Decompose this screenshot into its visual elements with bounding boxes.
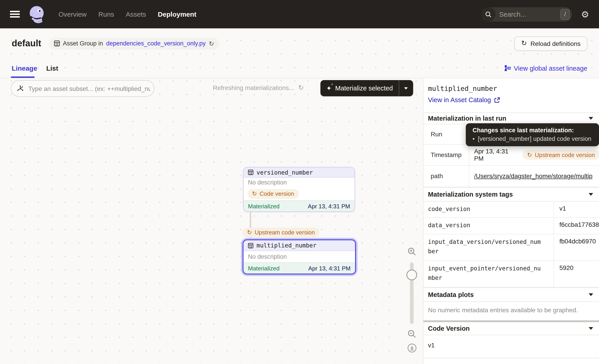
tag-key: input_event_pointer/versioned_number	[428, 264, 542, 283]
page-header: default Asset Group in dependencies_code…	[0, 28, 599, 59]
table-row-input-data-version: input_data_version/versioned_number fb04…	[423, 234, 599, 261]
path-label: path	[423, 165, 469, 187]
materialize-selected-button[interactable]: ✦✧ Materialize selected	[320, 80, 413, 96]
view-in-asset-catalog-link[interactable]: View in Asset Catalog	[428, 96, 500, 104]
table-row-input-event-pointer: input_event_pointer/versioned_number 592…	[423, 261, 599, 287]
tag-value: f6ccba177638	[554, 217, 599, 234]
search-icon	[481, 7, 495, 21]
asset-details-panel: multiplied_number View in Asset Catalog …	[423, 78, 599, 364]
section-materialization-system-tags[interactable]: Materialization system tags	[423, 187, 599, 201]
zoom-in-icon[interactable]	[407, 247, 417, 256]
asset-name: multiplied_number	[256, 242, 316, 249]
asset-lineage-graph[interactable]: Refreshing materializations... ↻ ✦✧ Mate…	[0, 78, 423, 364]
tag-key: input_data_version/versioned_number	[428, 237, 542, 256]
run-label: Run	[423, 124, 469, 144]
table-row-data-version: data_version f6ccba177638	[423, 217, 599, 234]
search-shortcut-badge: /	[560, 9, 570, 20]
asset-group-prefix: Asset Group in	[63, 40, 103, 47]
asset-node-multiplied-number[interactable]: multiplied_number No description Materia…	[243, 239, 356, 275]
code-version-badge: ↻ Code version	[247, 189, 299, 199]
metadata-plots-empty-message: No numeric metadata entries available to…	[428, 306, 578, 314]
timestamp-label: Timestamp	[423, 145, 469, 165]
materialization-timestamp[interactable]: Apr 13, 4:31 PM	[308, 203, 350, 209]
tag-value: v1	[554, 201, 599, 217]
collapse-caret-icon	[589, 117, 593, 120]
active-tab-underline	[11, 77, 35, 78]
collapse-caret-icon	[589, 293, 593, 296]
asset-subset-filter[interactable]	[11, 80, 154, 97]
changes-tooltip: Changes since last materialization: • [v…	[466, 123, 599, 146]
table-grid-icon	[248, 170, 253, 175]
asset-description: No description	[244, 178, 355, 187]
lineage-graph-icon	[504, 65, 511, 71]
chevron-down-icon	[404, 87, 408, 89]
section-materialization-in-last-run[interactable]: Materialization in last run	[423, 113, 599, 124]
zoom-out-icon[interactable]	[407, 329, 417, 339]
nav-item-assets[interactable]: Assets	[126, 10, 146, 18]
table-row-code-version: code_version v1	[423, 201, 599, 217]
refresh-icon[interactable]: ↻	[209, 40, 214, 47]
global-search[interactable]: /	[481, 7, 572, 21]
reload-icon: ↻	[521, 40, 527, 47]
section-divider	[423, 320, 599, 322]
tooltip-title: Changes since last materialization:	[473, 127, 599, 134]
asset-description: No description	[244, 251, 355, 262]
graph-zoom-controls	[402, 246, 422, 353]
upstream-code-version-badge: ↻ Upstream code version	[523, 150, 599, 160]
reload-definitions-button[interactable]: ↻ Reload definitions	[514, 36, 587, 51]
selected-asset-title: multiplied_number	[428, 85, 497, 93]
table-row-timestamp: Timestamp Apr 13, 4:31 PM ↻ Upstream cod…	[423, 145, 599, 165]
path-link[interactable]: /Users/sryza/dagster_home/storage/multip	[474, 173, 592, 180]
zoom-slider-handle[interactable]	[406, 269, 417, 280]
view-global-asset-lineage-link[interactable]: View global asset lineage	[504, 65, 587, 72]
search-input[interactable]	[495, 10, 560, 18]
zoom-slider-track[interactable]	[410, 262, 414, 324]
code-version-value: v1	[428, 341, 435, 349]
collapse-caret-icon	[589, 327, 593, 329]
tab-lineage[interactable]: Lineage	[12, 59, 37, 78]
top-navbar: Overview Runs Assets Deployment / ⚙	[0, 0, 599, 28]
nav-item-runs[interactable]: Runs	[98, 10, 114, 18]
timestamp-value: Apr 13, 4:31 PM	[474, 147, 518, 162]
sparkle-icon: ✦✧	[326, 85, 331, 91]
asset-subset-input[interactable]	[27, 84, 151, 93]
asset-group-file-link[interactable]: dependencies_code_version_only.py	[106, 40, 206, 47]
op-selector-icon	[17, 85, 24, 92]
download-graph-icon[interactable]	[407, 343, 416, 353]
upstream-code-version-badge: ↻ Upstream code version	[243, 228, 319, 237]
asset-node-versioned-number[interactable]: versioned_number No description ↻ Code v…	[243, 167, 355, 212]
section-code-version[interactable]: Code Version	[423, 322, 599, 335]
refresh-status: Refreshing materializations... ↻	[213, 84, 304, 91]
dagster-logo-icon[interactable]	[27, 4, 47, 24]
code-version-icon: ↻	[247, 229, 252, 235]
collapse-caret-icon	[589, 193, 593, 196]
view-tabs: Lineage List View global asset lineage	[0, 59, 599, 78]
settings-gear-icon[interactable]: ⚙	[581, 10, 589, 19]
nav-item-overview[interactable]: Overview	[59, 10, 87, 18]
asset-group-badge: Asset Group in dependencies_code_version…	[49, 38, 219, 49]
bullet-glyph: •	[473, 135, 475, 142]
code-version-icon: ↻	[252, 191, 257, 197]
materialize-dropdown-button[interactable]	[399, 80, 413, 96]
code-version-icon: ↻	[527, 152, 532, 158]
table-grid-icon	[248, 243, 253, 248]
tag-value: 5920	[554, 261, 599, 287]
materialization-timestamp[interactable]: Apr 13, 4:31 PM	[308, 265, 351, 271]
tag-value: fb04dcb6970	[554, 234, 599, 260]
dagster-app: Overview Runs Assets Deployment / ⚙ defa…	[0, 0, 599, 364]
tag-key: data_version	[428, 220, 542, 230]
nav-item-deployment[interactable]: Deployment	[158, 10, 196, 18]
menu-icon[interactable]	[10, 11, 20, 17]
table-grid-icon	[54, 41, 60, 46]
section-metadata-plots[interactable]: Metadata plots	[423, 287, 599, 302]
external-link-icon	[494, 97, 500, 103]
status-badge: Materialized	[248, 265, 280, 271]
tag-key: code_version	[428, 204, 542, 214]
refresh-spinner-icon[interactable]: ↻	[298, 84, 304, 91]
page-title: default	[12, 38, 41, 49]
section-config[interactable]: Config	[423, 357, 599, 364]
table-row-path: path /Users/sryza/dagster_home/storage/m…	[423, 165, 599, 187]
tooltip-change-item: [versioned_number] updated code version	[478, 135, 591, 142]
status-badge: Materialized	[248, 203, 280, 209]
tab-list[interactable]: List	[46, 59, 58, 78]
